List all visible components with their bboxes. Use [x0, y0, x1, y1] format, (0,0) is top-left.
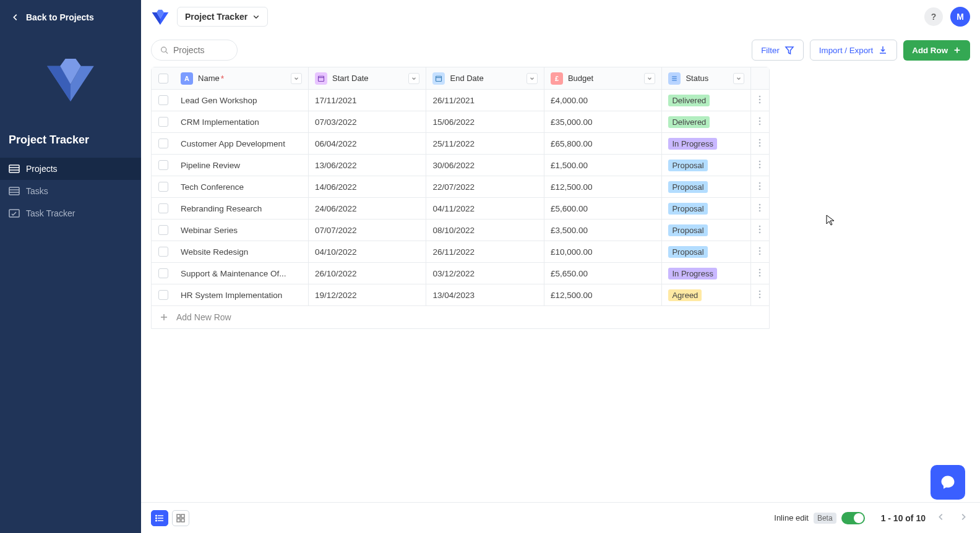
cell-end-date[interactable]: 15/06/2022 — [426, 111, 544, 132]
cell-status[interactable]: Proposal — [662, 241, 750, 262]
table-row[interactable]: Lead Gen Workshop17/11/202126/11/2021£4,… — [152, 90, 769, 111]
column-menu-button[interactable] — [644, 73, 655, 84]
cell-name[interactable]: HR System Implementation — [174, 284, 309, 305]
cell-end-date[interactable]: 08/10/2022 — [426, 220, 544, 241]
table-row[interactable]: HR System Implementation19/12/202213/04/… — [152, 284, 769, 306]
nav-item-task-tracker[interactable]: Task Tracker — [0, 202, 141, 224]
cell-end-date[interactable]: 26/11/2022 — [426, 241, 544, 262]
cell-status[interactable]: Proposal — [662, 155, 750, 176]
cell-name[interactable]: Website Redesign — [174, 241, 309, 262]
cell-status[interactable]: Proposal — [662, 220, 750, 241]
row-checkbox[interactable] — [158, 247, 168, 257]
chat-fab[interactable] — [931, 465, 965, 500]
cell-start-date[interactable]: 24/06/2022 — [309, 198, 426, 219]
cell-budget[interactable]: £4,000.00 — [544, 90, 662, 111]
cell-start-date[interactable]: 26/10/2022 — [309, 263, 426, 284]
list-view-button[interactable] — [151, 510, 168, 526]
filter-button[interactable]: Filter — [752, 40, 804, 61]
cell-budget[interactable]: £35,000.00 — [544, 111, 662, 132]
import-export-button[interactable]: Import / Export — [810, 40, 897, 61]
cell-status[interactable]: Proposal — [662, 198, 750, 219]
cell-name[interactable]: Rebranding Research — [174, 198, 309, 219]
row-checkbox[interactable] — [158, 117, 168, 127]
row-menu-button[interactable] — [759, 268, 761, 279]
cell-start-date[interactable]: 07/03/2022 — [309, 111, 426, 132]
row-checkbox[interactable] — [158, 203, 168, 213]
column-header-budget[interactable]: £ Budget — [544, 67, 662, 89]
column-menu-button[interactable] — [733, 73, 744, 84]
cell-start-date[interactable]: 17/11/2021 — [309, 90, 426, 111]
cell-status[interactable]: Delivered — [662, 90, 750, 111]
row-menu-button[interactable] — [759, 225, 761, 236]
help-button[interactable]: ? — [924, 7, 943, 26]
table-row[interactable]: CRM Implementation07/03/202215/06/2022£3… — [152, 111, 769, 133]
cell-start-date[interactable]: 14/06/2022 — [309, 176, 426, 197]
cell-budget[interactable]: £5,650.00 — [544, 263, 662, 284]
cell-start-date[interactable]: 07/07/2022 — [309, 220, 426, 241]
row-checkbox[interactable] — [158, 290, 168, 300]
cell-start-date[interactable]: 13/06/2022 — [309, 155, 426, 176]
row-menu-button[interactable] — [759, 203, 761, 214]
cell-budget[interactable]: £1,500.00 — [544, 155, 662, 176]
cell-end-date[interactable]: 30/06/2022 — [426, 155, 544, 176]
column-menu-button[interactable] — [408, 73, 419, 84]
cell-start-date[interactable]: 04/10/2022 — [309, 241, 426, 262]
search-box[interactable] — [151, 40, 238, 61]
project-switcher[interactable]: Project Tracker — [177, 7, 268, 27]
table-row[interactable]: Website Redesign04/10/202226/11/2022£10,… — [152, 241, 769, 263]
nav-item-tasks[interactable]: Tasks — [0, 180, 141, 202]
row-checkbox[interactable] — [158, 160, 168, 170]
next-page-button[interactable] — [956, 510, 970, 526]
column-menu-button[interactable] — [527, 73, 538, 84]
cell-name[interactable]: Webinar Series — [174, 220, 309, 241]
table-row[interactable]: Pipeline Review13/06/202230/06/2022£1,50… — [152, 155, 769, 176]
row-menu-button[interactable] — [759, 95, 761, 106]
cell-end-date[interactable]: 04/11/2022 — [426, 198, 544, 219]
add-new-row-inline[interactable]: Add New Row — [152, 306, 769, 328]
cell-name[interactable]: Customer App Development — [174, 133, 309, 154]
cell-status[interactable]: In Progress — [662, 263, 750, 284]
cell-start-date[interactable]: 06/04/2022 — [309, 133, 426, 154]
column-header-end-date[interactable]: End Date — [426, 67, 544, 89]
cell-name[interactable]: Lead Gen Workshop — [174, 90, 309, 111]
cell-status[interactable]: Delivered — [662, 111, 750, 132]
cell-name[interactable]: CRM Implementation — [174, 111, 309, 132]
cell-end-date[interactable]: 26/11/2021 — [426, 90, 544, 111]
row-menu-button[interactable] — [759, 290, 761, 301]
grid-view-button[interactable] — [172, 510, 189, 526]
cell-budget[interactable]: £12,500.00 — [544, 284, 662, 305]
app-logo-small[interactable] — [151, 9, 170, 25]
column-header-status[interactable]: Status — [662, 67, 750, 89]
row-checkbox[interactable] — [158, 268, 168, 278]
table-row[interactable]: Rebranding Research24/06/202204/11/2022£… — [152, 198, 769, 220]
cell-end-date[interactable]: 03/12/2022 — [426, 263, 544, 284]
table-row[interactable]: Webinar Series07/07/202208/10/2022£3,500… — [152, 220, 769, 241]
back-to-projects-link[interactable]: Back to Projects — [0, 0, 141, 35]
row-checkbox[interactable] — [158, 95, 168, 105]
add-row-button[interactable]: Add Row — [903, 40, 970, 61]
cell-budget[interactable]: £65,800.00 — [544, 133, 662, 154]
table-row[interactable]: Tech Conference14/06/202222/07/2022£12,5… — [152, 176, 769, 198]
row-checkbox[interactable] — [158, 139, 168, 148]
cell-budget[interactable]: £10,000.00 — [544, 241, 662, 262]
column-header-start-date[interactable]: Start Date — [309, 67, 426, 89]
table-row[interactable]: Support & Maintenance Of...26/10/202203/… — [152, 263, 769, 284]
row-checkbox[interactable] — [158, 182, 168, 192]
row-menu-button[interactable] — [759, 160, 761, 171]
select-all-checkbox[interactable] — [158, 74, 168, 83]
cell-status[interactable]: Agreed — [662, 284, 750, 305]
cell-end-date[interactable]: 13/04/2023 — [426, 284, 544, 305]
search-input[interactable] — [173, 45, 228, 55]
column-menu-button[interactable] — [291, 73, 302, 84]
cell-end-date[interactable]: 25/11/2022 — [426, 133, 544, 154]
cell-end-date[interactable]: 22/07/2022 — [426, 176, 544, 197]
row-menu-button[interactable] — [759, 182, 761, 192]
table-row[interactable]: Customer App Development06/04/202225/11/… — [152, 133, 769, 155]
row-menu-button[interactable] — [759, 117, 761, 127]
cell-name[interactable]: Pipeline Review — [174, 155, 309, 176]
cell-budget[interactable]: £3,500.00 — [544, 220, 662, 241]
user-avatar[interactable]: M — [950, 7, 970, 27]
cell-budget[interactable]: £12,500.00 — [544, 176, 662, 197]
row-checkbox[interactable] — [158, 225, 168, 235]
row-menu-button[interactable] — [759, 139, 761, 149]
